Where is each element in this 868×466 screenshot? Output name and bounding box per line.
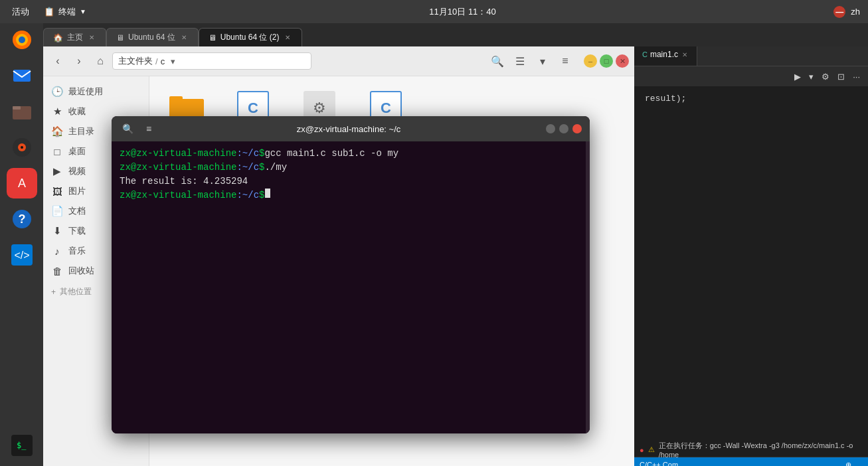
tab-ubuntu64-2-close[interactable]: ✕ xyxy=(283,33,292,42)
fm-sidebar-recent[interactable]: 🕒 最近使用 xyxy=(43,82,149,102)
terminal-search-button[interactable]: 🔍 xyxy=(120,121,135,137)
tab-ubuntu64-2-icon: 🖥 xyxy=(209,33,217,42)
tab-ubuntu64-2[interactable]: 🖥 Ubuntu 64 位 (2) ✕ xyxy=(199,28,303,46)
terminal-scrollbar[interactable] xyxy=(586,141,590,433)
task-warning-icon: ⚠ xyxy=(648,445,655,454)
fm-sidebar-music-label: 音乐 xyxy=(68,245,86,257)
system-language[interactable]: zh xyxy=(851,7,860,17)
tab-ubuntu64-2-label: Ubuntu 64 位 (2) xyxy=(220,32,280,43)
system-bar: 活动 📋 终端 ▼ 11月10日 11：40 — zh xyxy=(0,0,868,23)
fm-back-button[interactable]: ‹ xyxy=(48,52,67,70)
fm-view-toggle-button[interactable]: ☰ xyxy=(511,52,529,70)
status-more-icon: ... xyxy=(857,461,863,466)
tab-ubuntu64-icon: 🖥 xyxy=(116,33,124,42)
activities-button[interactable]: 活动 xyxy=(5,3,36,21)
documents-icon: 📄 xyxy=(51,205,63,217)
downloads-icon: ⬇ xyxy=(51,225,63,237)
vscode-tabs-bar: C main1.c ✕ xyxy=(634,43,868,66)
term-prompt-1: zx@zx-virtual-machine xyxy=(120,147,236,161)
fm-view-list-button[interactable]: ▾ xyxy=(533,52,552,70)
term-prompt-3: zx@zx-virtual-machine xyxy=(120,189,236,202)
term-dollar-3: $ xyxy=(259,189,264,202)
trash-icon: 🗑 xyxy=(51,266,63,277)
app-menu[interactable]: 📋 终端 ▼ xyxy=(39,3,92,21)
status-cpp-label: C/C++ Com... xyxy=(640,461,684,466)
fm-home-button[interactable]: ⌂ xyxy=(91,52,110,70)
terminal-title: zx@zx-virtual-machine: ~/c xyxy=(157,124,541,134)
terminal-menu-button[interactable]: ≡ xyxy=(141,121,157,137)
fm-path-bar[interactable]: 主文件夹 / c ▾ xyxy=(112,52,311,70)
fm-minimize-button[interactable]: – xyxy=(584,54,597,68)
dock-icon-terminal[interactable]: $_ xyxy=(7,430,37,461)
vscode-status-cpp[interactable]: C/C++ Com... xyxy=(640,461,684,466)
dock-icon-mail[interactable] xyxy=(7,60,37,91)
system-datetime: 11月10日 11：40 xyxy=(429,6,495,18)
fm-sidebar-trash-label: 回收站 xyxy=(68,265,94,277)
svg-text:$_: $_ xyxy=(17,441,27,450)
app-menu-label: 终端 xyxy=(58,6,76,18)
vscode-toolbar: ▶ ▾ ⚙ ⊡ ··· xyxy=(634,66,868,86)
fm-sidebar-home-label: 主目录 xyxy=(68,125,94,137)
terminal-line-2: zx@zx-virtual-machine :~/c $ ./my xyxy=(120,161,582,175)
vscode-tab-label: main1.c xyxy=(650,50,678,59)
tab-ubuntu64[interactable]: 🖥 Ubuntu 64 位 ✕ xyxy=(106,28,199,46)
vscode-run-button[interactable]: ▶ xyxy=(792,70,804,83)
dock-icon-appstore[interactable]: A xyxy=(7,168,37,198)
c-file-tab-icon: C xyxy=(642,50,648,58)
fm-menu-button[interactable]: ≡ xyxy=(556,52,574,70)
fm-sidebar-video-label: 视频 xyxy=(68,165,86,177)
vscode-editor-area[interactable]: result); xyxy=(634,86,868,443)
tab-ubuntu64-close[interactable]: ✕ xyxy=(179,33,189,42)
svg-point-2 xyxy=(19,37,25,43)
fm-close-button[interactable]: ✕ xyxy=(616,54,629,68)
svg-text:</>: </> xyxy=(14,250,29,261)
desktop-icon: □ xyxy=(51,146,63,157)
fm-sidebar-downloads-label: 下载 xyxy=(68,225,86,237)
dock-icon-vscode[interactable]: </> xyxy=(7,240,37,270)
term-path-2: :~/c xyxy=(236,161,259,175)
vscode-split-button[interactable]: ⊡ xyxy=(835,70,847,83)
vscode-settings-button[interactable]: ⚙ xyxy=(819,70,832,83)
fm-forward-button[interactable]: › xyxy=(70,52,88,70)
video-icon: ▶ xyxy=(51,165,63,177)
fm-path-home: 主文件夹 xyxy=(118,55,153,67)
tab-ubuntu64-label: Ubuntu 64 位 xyxy=(128,32,175,43)
dock-icon-firefox[interactable] xyxy=(7,25,37,55)
terminal-maximize-button[interactable] xyxy=(559,124,568,133)
terminal-body[interactable]: zx@zx-virtual-machine :~/c $ gcc main1.c… xyxy=(112,141,590,433)
fm-sidebar-documents-label: 文档 xyxy=(68,205,86,217)
vscode-status-more[interactable]: ... xyxy=(857,461,863,466)
vscode-more-button[interactable]: ··· xyxy=(850,70,863,83)
fm-window-controls: – □ ✕ xyxy=(584,54,629,68)
fm-maximize-button[interactable]: □ xyxy=(600,54,613,68)
terminal-line-1: zx@zx-virtual-machine :~/c $ gcc main1.c… xyxy=(120,147,582,161)
code-result-text: result); xyxy=(645,94,686,104)
vscode-tab-close-button[interactable]: ✕ xyxy=(681,50,689,59)
svg-rect-5 xyxy=(13,106,21,110)
terminal-cursor xyxy=(265,189,270,198)
term-prompt-2: zx@zx-virtual-machine xyxy=(120,161,236,175)
tab-home-icon: 🏠 xyxy=(53,33,63,42)
fm-path-dir: c xyxy=(161,56,165,66)
terminal-close-button[interactable] xyxy=(572,124,582,133)
vscode-status-add[interactable]: ⊕ xyxy=(845,461,851,467)
application-dock: A ? </> $_ xyxy=(0,0,43,466)
code-line-1: result); xyxy=(634,92,868,107)
status-add-icon: ⊕ xyxy=(845,461,851,467)
dock-icon-rhythmbox[interactable] xyxy=(7,132,37,163)
favorites-icon: ★ xyxy=(51,106,63,117)
app-menu-icon: 📋 xyxy=(44,7,54,17)
fm-search-button[interactable]: 🔍 xyxy=(488,52,507,70)
tab-home-close[interactable]: ✕ xyxy=(87,33,96,42)
vscode-debug-dropdown[interactable]: ▾ xyxy=(806,70,816,83)
dock-icon-files[interactable] xyxy=(7,96,37,127)
file-manager-toolbar: ‹ › ⌂ 主文件夹 / c ▾ 🔍 ☰ ▾ ≡ – □ ✕ xyxy=(43,46,634,76)
tab-home[interactable]: 🏠 主页 ✕ xyxy=(43,28,106,46)
fm-sidebar-other-label: 其他位置 xyxy=(60,286,92,297)
fm-path-dropdown-icon[interactable]: ▾ xyxy=(167,56,178,66)
vscode-window: my – □ ✕ C main1.c ✕ ▶ ▾ ⚙ ⊡ ··· result)… xyxy=(634,23,868,466)
system-tray-power: — xyxy=(833,6,845,18)
terminal-minimize-button[interactable] xyxy=(546,124,555,133)
term-dollar-2: $ xyxy=(259,161,264,175)
dock-icon-help[interactable]: ? xyxy=(7,204,37,234)
